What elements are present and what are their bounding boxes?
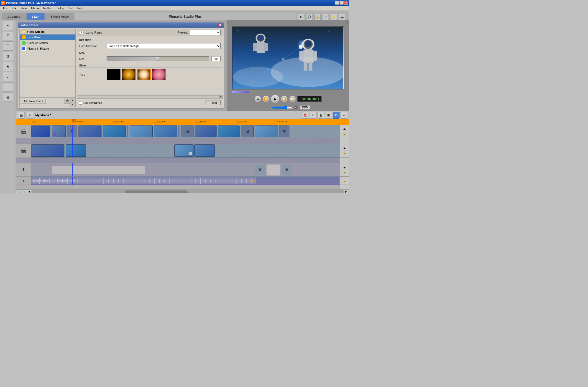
- title-arrow-1[interactable]: ▼: [255, 165, 265, 175]
- size-slider[interactable]: [107, 56, 209, 61]
- video-clip-1[interactable]: [31, 126, 50, 137]
- left-btn-transitions[interactable]: ⧉: [3, 52, 13, 61]
- add-effect-button[interactable]: Add New Effect: [21, 99, 46, 104]
- overlay-clip-1[interactable]: [31, 144, 64, 157]
- transition-arrow-down[interactable]: ▼: [279, 126, 289, 137]
- menu-edit[interactable]: Edit: [10, 6, 19, 10]
- magnet-tool[interactable]: 🧲: [302, 112, 309, 119]
- left-btn-dvd[interactable]: ◎: [3, 93, 13, 102]
- loop-button[interactable]: 🔁: [289, 96, 296, 102]
- menu-help[interactable]: Help: [75, 6, 85, 10]
- video-clip-8[interactable]: [218, 126, 240, 137]
- timeline-view[interactable]: ⊟: [333, 112, 340, 119]
- left-btn-edit[interactable]: ✂: [3, 21, 13, 30]
- video-clip-7[interactable]: [195, 126, 217, 137]
- scroll-right-button[interactable]: ▶: [344, 190, 348, 194]
- dialog-close-button[interactable]: ✕: [218, 23, 222, 27]
- tab-ctrl-1[interactable]: ⊞: [298, 14, 304, 20]
- title-clip-1[interactable]: [52, 166, 145, 174]
- volume-slider[interactable]: [272, 107, 292, 109]
- menu-album[interactable]: Album: [29, 6, 41, 10]
- text-lock-icon[interactable]: 🔒: [343, 170, 346, 174]
- scroll-left-button[interactable]: ◀: [27, 190, 31, 194]
- timeline-scroll-thumb[interactable]: [125, 190, 188, 193]
- tab-ctrl-lock[interactable]: 🔒: [314, 14, 321, 20]
- tab-ctrl-headphones[interactable]: 🎧: [306, 14, 312, 20]
- music-clip-1[interactable]: Reaction Time Magnetism Infinity]: [31, 177, 256, 184]
- menu-view[interactable]: View: [19, 6, 29, 10]
- keyframe-checkbox-label[interactable]: Use keyframes: [79, 101, 102, 105]
- tab-ctrl-help[interactable]: ?: [323, 14, 329, 20]
- volume-mute-icon[interactable]: 🔇: [294, 106, 298, 109]
- rewind-to-start-button[interactable]: ⏮: [254, 96, 261, 102]
- left-btn-sound[interactable]: ♪: [3, 72, 13, 81]
- time-stepper-up[interactable]: ▲ ▼: [318, 97, 319, 101]
- video-clip-5[interactable]: [130, 126, 153, 137]
- timeline-audio-icon[interactable]: 🔊: [27, 112, 33, 119]
- video-clip-4[interactable]: [103, 126, 126, 137]
- settings-vscrollbar[interactable]: ▼: [77, 95, 223, 98]
- minimize-button[interactable]: _: [335, 1, 339, 5]
- tab-edit[interactable]: 2 Edit: [26, 13, 45, 20]
- text-eye-icon[interactable]: 👁: [343, 166, 346, 169]
- glow-type-soft-orange[interactable]: [137, 69, 151, 80]
- presets-select[interactable]: [190, 30, 221, 35]
- multitrack-view[interactable]: ▦: [325, 112, 332, 119]
- menu-test[interactable]: Test: [66, 6, 75, 10]
- overlay-clip-3[interactable]: [174, 144, 194, 157]
- step-back-button[interactable]: ⏪: [263, 96, 269, 102]
- glow-type-orange[interactable]: [122, 69, 136, 80]
- video-eye-icon[interactable]: 👁: [343, 128, 346, 131]
- menu-file[interactable]: File: [1, 6, 10, 10]
- overlay-lock-icon[interactable]: 🔒: [343, 151, 346, 154]
- zoom-out-button[interactable]: 🔍: [22, 190, 26, 194]
- overlay-clip-4[interactable]: [194, 144, 215, 157]
- help-button[interactable]: ?: [79, 30, 84, 35]
- scissors-tool[interactable]: ✂: [310, 112, 316, 119]
- timeline-storyboard-icon[interactable]: 🎬: [18, 112, 25, 119]
- tab-capture[interactable]: 1 Capture: [2, 13, 26, 20]
- glow-type-pink[interactable]: [152, 69, 166, 80]
- scroll-down-button[interactable]: ▼: [70, 102, 75, 107]
- video-clip-9[interactable]: [255, 126, 278, 137]
- reset-button[interactable]: Reset: [206, 100, 221, 105]
- transition-arrow-right[interactable]: ◀: [241, 126, 254, 137]
- preview-expand-icon[interactable]: ⤢: [345, 20, 349, 25]
- transition-arrow-left[interactable]: ◀: [181, 126, 194, 137]
- audio-lock-icon[interactable]: 🔒: [343, 179, 346, 182]
- effect-item-color-correction[interactable]: Color Correction: [20, 40, 75, 46]
- play-button[interactable]: ▶: [271, 95, 279, 103]
- dvd-button[interactable]: DVD: [300, 105, 310, 110]
- video-clip-6[interactable]: [154, 126, 177, 137]
- overlay-clip-2[interactable]: [66, 144, 86, 157]
- tab-ctrl-bulb[interactable]: 💡: [331, 14, 337, 20]
- left-btn-box[interactable]: □: [3, 82, 13, 92]
- keyframe-checkbox[interactable]: [79, 101, 82, 105]
- menu-setup[interactable]: Setup: [54, 6, 66, 10]
- tab-make-movie[interactable]: 3 Make Movie: [45, 13, 74, 20]
- effect-item-pip[interactable]: Picture-in-Picture: [20, 46, 75, 51]
- maximize-button[interactable]: □: [340, 1, 344, 5]
- step-forward-button[interactable]: ⏩: [281, 96, 288, 102]
- overlay-eye-icon[interactable]: 👁: [343, 147, 346, 150]
- left-btn-chapters[interactable]: ☰: [3, 41, 13, 51]
- delete-effect-button[interactable]: 🗑: [64, 98, 70, 104]
- trash-tool[interactable]: 🗑: [318, 112, 324, 119]
- menu-toolbox[interactable]: Toolbox: [41, 6, 55, 10]
- preview-progress-bar[interactable]: [232, 91, 344, 93]
- scroll-up-button[interactable]: ▲: [70, 98, 75, 102]
- glow-type-black[interactable]: [107, 69, 121, 80]
- timeline-scroll-track[interactable]: ...: [31, 190, 344, 193]
- left-btn-effects[interactable]: ★: [3, 62, 13, 71]
- timeline-menu[interactable]: ≡: [341, 112, 347, 119]
- title-arrow-2[interactable]: ▼: [282, 165, 292, 175]
- left-btn-text[interactable]: T: [3, 31, 13, 40]
- tab-ctrl-camera[interactable]: 📷: [339, 14, 345, 20]
- title-clip-2[interactable]: [266, 164, 280, 176]
- zoom-in-button[interactable]: 🔍: [17, 190, 21, 194]
- video-lock-icon[interactable]: 🔒: [343, 132, 346, 135]
- video-clip-3[interactable]: [78, 126, 101, 137]
- video-clip-2[interactable]: [52, 126, 66, 137]
- close-button[interactable]: ✕: [344, 1, 348, 5]
- flare-direction-select[interactable]: Top-Left to Bottom-Right Top-Right to Bo…: [107, 43, 221, 49]
